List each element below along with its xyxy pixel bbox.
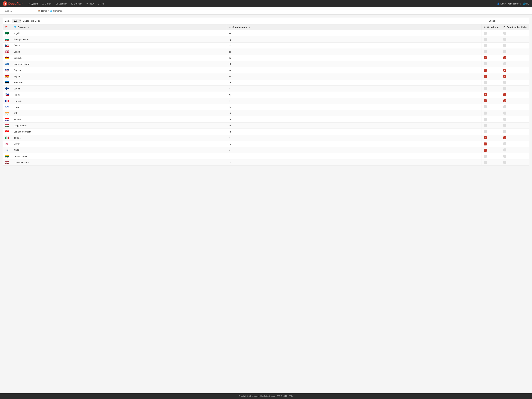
ui-unchecked-icon[interactable] bbox=[503, 124, 507, 127]
verwaltung-unchecked-icon[interactable] bbox=[484, 130, 487, 133]
ui-checkbox-cell[interactable]: ✓ bbox=[501, 55, 529, 61]
nav-flow[interactable]: ⇌ Flow bbox=[85, 1, 95, 6]
verwaltung-checkbox-cell[interactable] bbox=[481, 153, 501, 159]
ui-checkbox-cell[interactable] bbox=[501, 147, 529, 153]
verwaltung-checkbox-cell[interactable]: ✓ bbox=[481, 141, 501, 147]
verwaltung-checked-icon[interactable]: ✓ bbox=[484, 93, 487, 96]
ui-checkbox-cell[interactable] bbox=[501, 49, 529, 55]
verwaltung-checkbox-cell[interactable] bbox=[481, 129, 501, 135]
table-search-input[interactable] bbox=[497, 19, 527, 23]
verwaltung-checkbox-cell[interactable] bbox=[481, 36, 501, 43]
verwaltung-unchecked-icon[interactable] bbox=[484, 50, 487, 53]
ui-checked-icon[interactable]: ✓ bbox=[503, 136, 507, 139]
ui-unchecked-icon[interactable] bbox=[503, 38, 507, 41]
ui-checkbox-cell[interactable]: ✓ bbox=[501, 135, 529, 141]
verwaltung-checked-icon[interactable]: ✓ bbox=[484, 56, 487, 59]
ui-checkbox-cell[interactable]: ✓ bbox=[501, 92, 529, 98]
col-sprachencode[interactable]: ↔ Sprachencode ▲ bbox=[227, 25, 481, 30]
ui-checkbox-cell[interactable] bbox=[501, 43, 529, 49]
nav-hilfe[interactable]: ? Hilfe bbox=[96, 1, 106, 6]
verwaltung-unchecked-icon[interactable] bbox=[484, 161, 487, 164]
verwaltung-unchecked-icon[interactable] bbox=[484, 32, 487, 35]
ui-checkbox-cell[interactable] bbox=[501, 129, 529, 135]
verwaltung-checkbox-cell[interactable] bbox=[481, 61, 501, 67]
ui-checkbox-cell[interactable]: ✓ bbox=[501, 73, 529, 79]
admin-info[interactable]: 👤 admin (Administrator) bbox=[497, 2, 521, 5]
col-sprache[interactable]: 🌐 Sprache ▲▼ bbox=[11, 25, 227, 30]
verwaltung-checked-icon[interactable]: ✓ bbox=[484, 136, 487, 139]
ui-checkbox-cell[interactable] bbox=[501, 116, 529, 122]
verwaltung-checkbox-cell[interactable]: ✓ bbox=[481, 135, 501, 141]
verwaltung-unchecked-icon[interactable] bbox=[484, 44, 487, 47]
ui-unchecked-icon[interactable] bbox=[503, 44, 507, 47]
verwaltung-unchecked-icon[interactable] bbox=[484, 81, 487, 84]
search-input-top[interactable] bbox=[3, 9, 36, 13]
ui-unchecked-icon[interactable] bbox=[503, 112, 507, 114]
ui-checkbox-cell[interactable] bbox=[501, 141, 529, 147]
ui-checked-icon[interactable]: ✓ bbox=[503, 99, 507, 102]
lang-badge[interactable]: 🌐 DE bbox=[523, 2, 529, 5]
verwaltung-checked-icon[interactable]: ✓ bbox=[484, 149, 487, 152]
ui-unchecked-icon[interactable] bbox=[503, 118, 507, 121]
verwaltung-unchecked-icon[interactable] bbox=[484, 105, 487, 108]
nav-geraete[interactable]: ☐ Geräte bbox=[40, 1, 53, 6]
ui-unchecked-icon[interactable] bbox=[503, 50, 507, 53]
nav-system[interactable]: ⚙ System bbox=[26, 1, 39, 6]
ui-unchecked-icon[interactable] bbox=[503, 161, 507, 164]
nav-drucken[interactable]: ⊡ Drucken bbox=[70, 1, 84, 6]
ui-unchecked-icon[interactable] bbox=[503, 130, 507, 133]
ui-unchecked-icon[interactable] bbox=[503, 105, 507, 108]
verwaltung-checkbox-cell[interactable] bbox=[481, 30, 501, 36]
verwaltung-unchecked-icon[interactable] bbox=[484, 87, 487, 90]
ui-checked-icon[interactable]: ✓ bbox=[503, 75, 507, 78]
ui-checkbox-cell[interactable] bbox=[501, 86, 529, 92]
verwaltung-checkbox-cell[interactable]: ✓ bbox=[481, 67, 501, 73]
ui-checkbox-cell[interactable] bbox=[501, 30, 529, 36]
verwaltung-unchecked-icon[interactable] bbox=[484, 118, 487, 121]
ui-unchecked-icon[interactable] bbox=[503, 148, 507, 152]
verwaltung-unchecked-icon[interactable] bbox=[484, 38, 487, 41]
ui-unchecked-icon[interactable] bbox=[503, 142, 507, 145]
verwaltung-checkbox-cell[interactable] bbox=[481, 104, 501, 110]
verwaltung-checkbox-cell[interactable] bbox=[481, 79, 501, 86]
verwaltung-unchecked-icon[interactable] bbox=[484, 112, 487, 114]
ui-unchecked-icon[interactable] bbox=[503, 62, 507, 65]
verwaltung-checkbox-cell[interactable]: ✓ bbox=[481, 147, 501, 153]
ui-checkbox-cell[interactable] bbox=[501, 122, 529, 129]
verwaltung-unchecked-icon[interactable] bbox=[484, 62, 487, 65]
verwaltung-checkbox-cell[interactable] bbox=[481, 116, 501, 122]
verwaltung-checkbox-cell[interactable]: ✓ bbox=[481, 98, 501, 104]
ui-unchecked-icon[interactable] bbox=[503, 155, 507, 158]
verwaltung-checkbox-cell[interactable] bbox=[481, 49, 501, 55]
breadcrumb-home[interactable]: Home bbox=[41, 10, 47, 12]
verwaltung-checked-icon[interactable]: ✓ bbox=[484, 75, 487, 78]
verwaltung-checkbox-cell[interactable] bbox=[481, 43, 501, 49]
ui-checkbox-cell[interactable] bbox=[501, 61, 529, 67]
verwaltung-unchecked-icon[interactable] bbox=[484, 124, 487, 127]
ui-checkbox-cell[interactable] bbox=[501, 79, 529, 86]
ui-unchecked-icon[interactable] bbox=[503, 32, 507, 35]
verwaltung-checked-icon[interactable]: ✓ bbox=[484, 142, 487, 146]
ui-unchecked-icon[interactable] bbox=[503, 81, 507, 84]
ui-checkbox-cell[interactable] bbox=[501, 159, 529, 165]
entries-select[interactable]: 100 25 50 bbox=[12, 19, 21, 23]
ui-checkbox-cell[interactable] bbox=[501, 104, 529, 110]
ui-checked-icon[interactable]: ✓ bbox=[503, 93, 507, 96]
ui-checkbox-cell[interactable] bbox=[501, 153, 529, 159]
verwaltung-checkbox-cell[interactable] bbox=[481, 159, 501, 165]
ui-checkbox-cell[interactable]: ✓ bbox=[501, 67, 529, 73]
ui-checkbox-cell[interactable] bbox=[501, 110, 529, 116]
verwaltung-checked-icon[interactable]: ✓ bbox=[484, 69, 487, 72]
ui-checkbox-cell[interactable] bbox=[501, 36, 529, 43]
verwaltung-unchecked-icon[interactable] bbox=[484, 155, 487, 158]
ui-checked-icon[interactable]: ✓ bbox=[503, 56, 507, 59]
verwaltung-checkbox-cell[interactable] bbox=[481, 110, 501, 116]
verwaltung-checkbox-cell[interactable]: ✓ bbox=[481, 55, 501, 61]
nav-scannen[interactable]: ⊟ Scannen bbox=[54, 1, 69, 6]
ui-unchecked-icon[interactable] bbox=[503, 87, 507, 90]
verwaltung-checkbox-cell[interactable] bbox=[481, 86, 501, 92]
app-logo[interactable]: ◀ Docuflair bbox=[3, 1, 23, 6]
ui-checkbox-cell[interactable]: ✓ bbox=[501, 98, 529, 104]
verwaltung-checkbox-cell[interactable]: ✓ bbox=[481, 92, 501, 98]
verwaltung-checkbox-cell[interactable]: ✓ bbox=[481, 73, 501, 79]
